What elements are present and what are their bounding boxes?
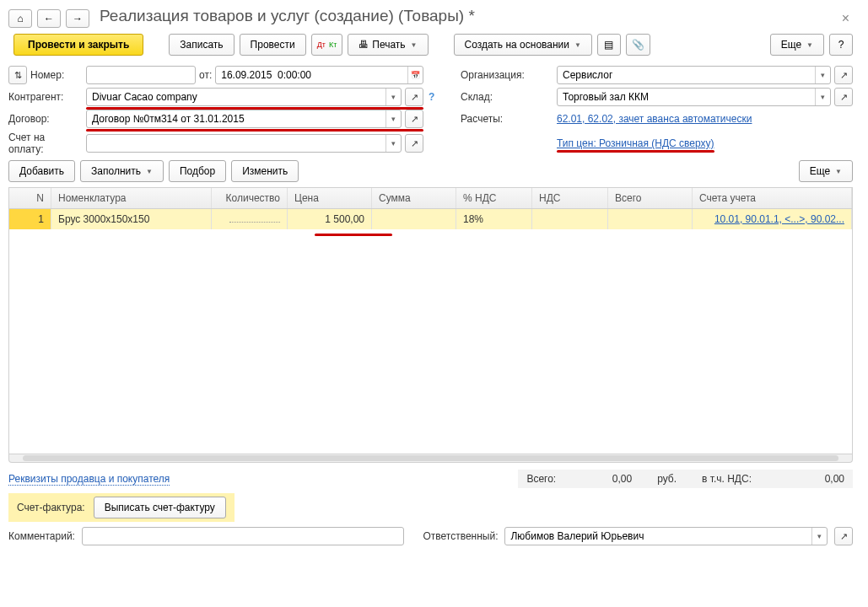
- help-button[interactable]: ?: [829, 34, 853, 56]
- col-nomenclature[interactable]: Номенклатура: [51, 188, 212, 208]
- vat-incl-label: в т.ч. НДС:: [702, 473, 752, 485]
- contragent-input[interactable]: [87, 89, 385, 105]
- horizontal-scrollbar[interactable]: [8, 454, 853, 463]
- schet-open-icon[interactable]: ↗: [405, 134, 423, 153]
- page-title: Реализация товаров и услуг (создание) (Т…: [94, 3, 833, 34]
- cell-vat: [532, 209, 608, 229]
- cell-n: 1: [9, 209, 51, 229]
- comment-input[interactable]: [83, 528, 404, 545]
- items-table: N Номенклатура Количество Цена Сумма % Н…: [8, 187, 853, 454]
- dogovor-input[interactable]: [87, 110, 385, 127]
- vat-incl-value: 0,00: [777, 473, 844, 485]
- responsible-open-icon[interactable]: ↗: [834, 527, 853, 545]
- pick-button[interactable]: Подбор: [169, 160, 226, 182]
- schet-label: Счет на оплату:: [8, 132, 81, 155]
- dogovor-dropdown-icon[interactable]: ▾: [385, 110, 401, 127]
- number-label: Номер:: [30, 69, 64, 81]
- move-icon[interactable]: ⇅: [8, 66, 27, 84]
- col-n[interactable]: N: [9, 188, 51, 208]
- col-sum[interactable]: Сумма: [372, 188, 456, 208]
- cell-accounts: 10.01, 90.01.1, <...>, 90.02...: [693, 209, 852, 229]
- fill-button[interactable]: Заполнить▼: [80, 160, 164, 182]
- org-label: Организация:: [461, 69, 552, 81]
- col-quantity[interactable]: Количество: [212, 188, 288, 208]
- contragent-dropdown-icon[interactable]: ▾: [385, 89, 401, 105]
- col-accounts[interactable]: Счета учета: [693, 188, 852, 208]
- price-type-link[interactable]: Тип цен: Розничная (НДС сверху): [557, 137, 714, 149]
- schet-dropdown-icon[interactable]: ▾: [385, 135, 401, 152]
- dogovor-label: Договор:: [8, 113, 81, 125]
- schet-input[interactable]: [87, 135, 385, 152]
- cell-vat-percent: 18%: [456, 209, 532, 229]
- calendar-icon[interactable]: 📅: [407, 67, 423, 83]
- write-invoice-button[interactable]: Выписать счет-фактуру: [94, 497, 226, 518]
- raschety-link[interactable]: 62.01, 62.02, зачет аванса автоматически: [557, 113, 752, 125]
- comment-label: Комментарий:: [8, 530, 75, 542]
- post-and-close-button[interactable]: Провести и закрыть: [13, 34, 143, 56]
- create-based-on-button[interactable]: Создать на основании▼: [454, 34, 592, 56]
- org-dropdown-icon[interactable]: ▾: [815, 67, 830, 83]
- invoice-panel: Счет-фактура: Выписать счет-фактуру: [8, 493, 235, 522]
- close-icon[interactable]: ×: [838, 11, 853, 26]
- cell-sum: [372, 209, 456, 229]
- table-header: N Номенклатура Количество Цена Сумма % Н…: [9, 188, 852, 209]
- sklad-label: Склад:: [461, 91, 552, 103]
- responsible-label: Ответственный:: [423, 530, 498, 542]
- forward-button[interactable]: →: [66, 9, 89, 28]
- dt-kt-icon[interactable]: ДтКт: [311, 34, 343, 56]
- totals-panel: Всего: 0,00 руб. в т.ч. НДС: 0,00: [518, 470, 853, 488]
- sklad-open-icon[interactable]: ↗: [834, 88, 853, 106]
- save-button[interactable]: Записать: [169, 34, 234, 56]
- total-value: 0,00: [581, 473, 632, 485]
- org-input[interactable]: [558, 67, 815, 83]
- list-icon[interactable]: ▤: [597, 34, 621, 56]
- contragent-label: Контрагент:: [8, 91, 81, 103]
- invoice-label: Счет-фактура:: [17, 502, 85, 513]
- print-button[interactable]: 🖶Печать▼: [348, 34, 428, 56]
- sklad-input[interactable]: [558, 89, 815, 105]
- from-label: от:: [199, 69, 212, 81]
- org-open-icon[interactable]: ↗: [834, 66, 853, 84]
- sklad-dropdown-icon[interactable]: ▾: [815, 89, 830, 105]
- col-price[interactable]: Цена: [288, 188, 372, 208]
- date-input[interactable]: [216, 67, 407, 83]
- cell-quantity[interactable]: [212, 209, 288, 229]
- responsible-input[interactable]: [505, 528, 811, 545]
- responsible-dropdown-icon[interactable]: ▾: [811, 528, 827, 545]
- dogovor-open-icon[interactable]: ↗: [405, 110, 423, 128]
- total-label: Всего:: [526, 473, 556, 485]
- more-button[interactable]: Еще▼: [770, 34, 824, 56]
- table-row[interactable]: 1 Брус 3000х150х150 1 500,00 18% 10.01, …: [9, 209, 852, 229]
- add-row-button[interactable]: Добавить: [8, 160, 75, 182]
- attach-icon[interactable]: 📎: [626, 34, 650, 56]
- edit-button[interactable]: Изменить: [231, 160, 299, 182]
- contragent-help-icon[interactable]: ?: [429, 91, 456, 103]
- col-vat-percent[interactable]: % НДС: [456, 188, 532, 208]
- post-button[interactable]: Провести: [240, 34, 306, 56]
- currency: руб.: [657, 473, 677, 485]
- raschety-label: Расчеты:: [461, 113, 552, 125]
- col-vat[interactable]: НДС: [532, 188, 608, 208]
- table-more-button[interactable]: Еще▼: [799, 160, 853, 182]
- contragent-open-icon[interactable]: ↗: [405, 88, 423, 106]
- cell-price: 1 500,00: [288, 209, 372, 229]
- col-total[interactable]: Всего: [608, 188, 693, 208]
- home-button[interactable]: ⌂: [8, 9, 32, 28]
- cell-nomenclature: Брус 3000х150х150: [51, 209, 212, 229]
- seller-buyer-details-link[interactable]: Реквизиты продавца и покупателя: [8, 473, 170, 486]
- back-button[interactable]: ←: [37, 9, 61, 28]
- cell-total: [608, 209, 693, 229]
- printer-icon: 🖶: [359, 39, 369, 51]
